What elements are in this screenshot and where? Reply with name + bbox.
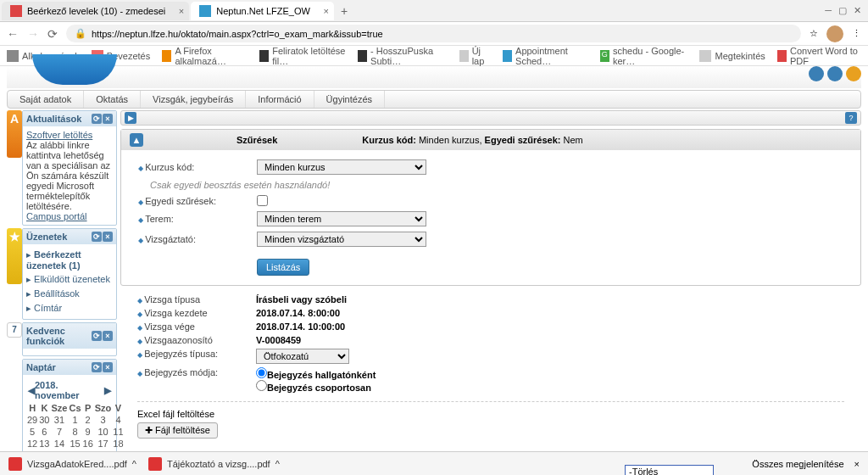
cal-row: 12131415161718 bbox=[26, 438, 125, 450]
show-all-downloads[interactable]: Összes megjelenítése bbox=[752, 459, 843, 469]
bejegyzes-modja-label: Bejegyzés módja: bbox=[137, 367, 256, 393]
bookmark-item[interactable]: Convert Word to PDF bbox=[777, 46, 861, 66]
pdf-icon bbox=[8, 457, 22, 471]
sidebar: A Aktualitások⟳× Szoftver letöltés Az al… bbox=[7, 110, 117, 475]
forward-button[interactable]: → bbox=[27, 27, 39, 41]
browser-tab-bar: Beérkező levelek (10) - zmedesei × Neptu… bbox=[0, 0, 868, 22]
bookmark-icon bbox=[259, 50, 269, 62]
heart-icon bbox=[777, 50, 787, 62]
back-button[interactable]: ← bbox=[7, 27, 19, 41]
new-tab-button[interactable]: + bbox=[334, 4, 354, 18]
software-download-link[interactable]: Szoftver letöltés bbox=[26, 130, 92, 140]
bookmark-item[interactable]: Feliratok letöltése fil… bbox=[259, 46, 346, 66]
breadcrumb-help[interactable]: ? bbox=[845, 112, 857, 124]
kezd-label: Vizsga kezdete bbox=[137, 308, 256, 318]
neptun-icon bbox=[199, 5, 211, 17]
download-item[interactable]: Tájékoztató a vizsg....pdf^ bbox=[148, 457, 280, 471]
refresh-icon[interactable]: ⟳ bbox=[92, 362, 102, 372]
refresh-icon[interactable]: ⟳ bbox=[92, 114, 102, 124]
chevron-up-icon[interactable]: ^ bbox=[132, 459, 136, 469]
breadcrumb-toggle[interactable]: ▶ bbox=[125, 112, 136, 124]
address-bar: ← → ⟳ 🔒 https://neptun.lfze.hu/oktato/ma… bbox=[0, 22, 868, 46]
grade-dropdown[interactable]: -Törlés Letiltva Elégtelen (1) Elégséges… bbox=[625, 465, 714, 476]
campus-portal-link[interactable]: Campus portál bbox=[26, 211, 87, 221]
sent-link[interactable]: Elküldött üzenetek bbox=[26, 272, 113, 287]
downloads-bar: VizsgaAdatokEred....pdf^ Tájékoztató a v… bbox=[0, 451, 868, 475]
page-icon bbox=[699, 50, 711, 62]
settings-link[interactable]: Beállítások bbox=[26, 287, 113, 301]
radio-csoportosan[interactable]: Bejegyzés csoportosan bbox=[256, 383, 371, 393]
close-icon[interactable]: × bbox=[103, 362, 113, 372]
refresh-icon[interactable]: ⟳ bbox=[92, 232, 102, 242]
nav-oktatas[interactable]: Oktatás bbox=[84, 91, 141, 108]
radio-hallgatonkent[interactable]: Bejegyzés hallgatónként bbox=[256, 370, 376, 380]
kurzus-select[interactable]: Minden kurzus bbox=[257, 159, 426, 175]
sidebox-title: Kedvenc funkciók bbox=[26, 326, 92, 346]
bookmark-item[interactable]: - HosszuPuska Subti… bbox=[358, 46, 448, 66]
sidebox-uzenetek: Üzenetek⟳× Beérkezett üzenetek (1) Elkül… bbox=[22, 228, 117, 320]
vizsgaztato-select[interactable]: Minden vizsgáztató bbox=[257, 232, 426, 247]
nav-informacio[interactable]: Információ bbox=[246, 91, 314, 108]
kurzus-label: Kurzus kód: bbox=[138, 162, 257, 172]
main-nav: Saját adatok Oktatás Vizsgák, jegybeírás… bbox=[7, 90, 861, 109]
nav-ugyintezes[interactable]: Ügyintézés bbox=[314, 91, 385, 108]
minimize-icon[interactable]: ─ bbox=[825, 5, 832, 16]
terem-select[interactable]: Minden terem bbox=[257, 211, 426, 226]
chevron-up-icon[interactable]: ^ bbox=[275, 459, 280, 469]
side-letter-a[interactable]: A bbox=[7, 110, 22, 158]
header-icon[interactable] bbox=[809, 66, 824, 81]
header-icon[interactable] bbox=[846, 66, 861, 81]
header-icon[interactable] bbox=[827, 66, 843, 81]
nav-sajat-adatok[interactable]: Saját adatok bbox=[8, 91, 84, 108]
side-letter-7[interactable]: 7 bbox=[7, 322, 22, 338]
bookmark-item[interactable]: Új lap bbox=[459, 46, 491, 66]
gmail-icon bbox=[10, 5, 22, 17]
close-icon[interactable]: × bbox=[179, 6, 184, 16]
close-downloads-icon[interactable]: × bbox=[854, 459, 860, 469]
bookmark-icon bbox=[358, 50, 367, 62]
close-icon[interactable]: × bbox=[323, 6, 328, 16]
tab-title: Neptun.Net LFZE_OW bbox=[216, 6, 310, 16]
apps-icon bbox=[7, 50, 19, 62]
cal-prev[interactable]: ◀ bbox=[28, 385, 35, 396]
file-upload-button[interactable]: ✚ Fájl feltöltése bbox=[137, 422, 218, 439]
bookmark-item[interactable]: Appointment Sched… bbox=[503, 46, 588, 66]
vege-value: 2018.07.14. 10:00:00 bbox=[256, 321, 345, 332]
collapse-icon[interactable]: ▲ bbox=[130, 133, 143, 147]
maximize-icon[interactable]: ▢ bbox=[838, 5, 847, 16]
side-letter-star[interactable]: ★ bbox=[7, 228, 22, 284]
menu-icon[interactable]: ⋮ bbox=[852, 28, 861, 39]
cal-next[interactable]: ▶ bbox=[104, 385, 111, 396]
browser-tab[interactable]: Beérkező levelek (10) - zmedesei × bbox=[2, 2, 189, 20]
sidebox-kedvenc: Kedvenc funkciók⟳× bbox=[22, 322, 117, 356]
url-input[interactable]: 🔒 https://neptun.lfze.hu/oktato/main.asp… bbox=[66, 25, 801, 42]
bookmark-item[interactable]: Gschedu - Google-ker… bbox=[600, 46, 688, 66]
star-icon[interactable]: ☆ bbox=[810, 28, 818, 39]
browser-tab-active[interactable]: Neptun.Net LFZE_OW × bbox=[191, 2, 334, 20]
vege-label: Vizsga vége bbox=[137, 321, 256, 332]
tipus-value: Írásbeli vagy szóbeli bbox=[256, 294, 347, 305]
bookmarks-bar: Alkalmazások Bevezetés A Firefox alkalma… bbox=[0, 46, 868, 66]
close-icon[interactable]: × bbox=[103, 114, 113, 124]
reload-button[interactable]: ⟳ bbox=[47, 27, 58, 41]
inbox-link[interactable]: Beérkezett üzenetek (1) bbox=[26, 248, 113, 272]
nav-vizsgak[interactable]: Vizsgák, jegybeírás bbox=[141, 91, 246, 108]
close-window-icon[interactable]: ✕ bbox=[854, 5, 861, 16]
refresh-icon[interactable]: ⟳ bbox=[92, 331, 102, 341]
profile-avatar[interactable] bbox=[826, 25, 843, 42]
close-icon[interactable]: × bbox=[103, 232, 113, 242]
bejegyzes-tipusa-select[interactable]: Ötfokozatú bbox=[256, 349, 349, 364]
window-controls: ─ ▢ ✕ bbox=[825, 5, 868, 16]
exam-info: Vizsga típusaÍrásbeli vagy szóbeli Vizsg… bbox=[120, 286, 861, 401]
download-item[interactable]: VizsgaAdatokEred....pdf^ bbox=[8, 457, 136, 471]
close-icon[interactable]: × bbox=[103, 331, 113, 341]
google-icon: G bbox=[600, 50, 609, 62]
app-logo bbox=[32, 54, 117, 85]
bookmark-item[interactable]: A Firefox alkalmazá… bbox=[162, 46, 248, 66]
listazas-button[interactable]: Listázás bbox=[257, 259, 309, 276]
egyedi-checkbox[interactable] bbox=[257, 195, 268, 206]
bookmark-item[interactable]: Megtekintés bbox=[699, 50, 765, 62]
dd-option[interactable]: -Törlés bbox=[626, 466, 713, 476]
directory-link[interactable]: Címtár bbox=[26, 301, 113, 316]
sidebox-title: Aktualitások bbox=[26, 114, 81, 124]
